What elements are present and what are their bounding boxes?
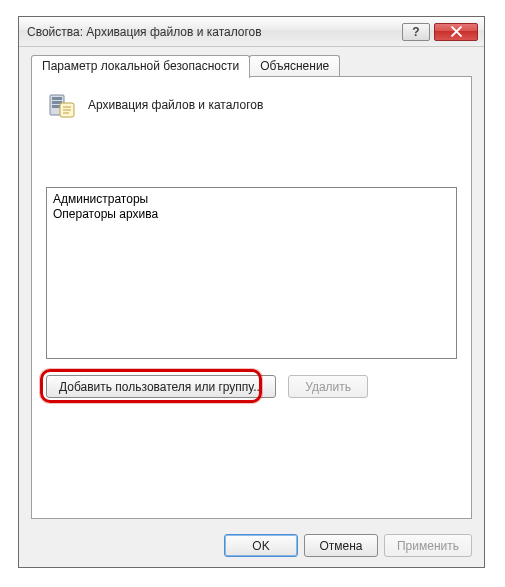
tab-local-security[interactable]: Параметр локальной безопасности	[31, 55, 250, 78]
help-button[interactable]: ?	[402, 23, 430, 41]
remove-button: Удалить	[288, 375, 368, 398]
client-area: Параметр локальной безопасности Объяснен…	[19, 47, 484, 567]
list-item[interactable]: Администраторы	[53, 192, 450, 207]
dialog-window: Свойства: Архивация файлов и каталогов ?…	[18, 16, 485, 568]
principals-listbox[interactable]: Администраторы Операторы архива	[46, 187, 457, 359]
titlebar[interactable]: Свойства: Архивация файлов и каталогов ?	[19, 17, 484, 47]
tab-panel: Архивация файлов и каталогов Администрат…	[31, 76, 472, 519]
dialog-buttons: OK Отмена Применить	[224, 534, 472, 557]
policy-header: Архивация файлов и каталогов	[32, 77, 471, 129]
tab-explanation[interactable]: Объяснение	[249, 55, 340, 78]
apply-button: Применить	[384, 534, 472, 557]
add-user-or-group-button[interactable]: Добавить пользователя или группу...	[46, 375, 276, 398]
window-title: Свойства: Архивация файлов и каталогов	[25, 25, 398, 39]
tabstrip: Параметр локальной безопасности Объяснен…	[31, 55, 339, 78]
help-icon: ?	[412, 25, 419, 39]
list-buttons-row: Добавить пользователя или группу... Удал…	[46, 375, 457, 398]
list-item[interactable]: Операторы архива	[53, 207, 450, 222]
server-policy-icon	[46, 89, 78, 121]
svg-rect-1	[52, 97, 62, 100]
close-icon	[451, 26, 462, 37]
close-button[interactable]	[434, 23, 478, 41]
ok-button[interactable]: OK	[224, 534, 298, 557]
window-buttons: ?	[398, 23, 478, 41]
policy-name-label: Архивация файлов и каталогов	[88, 98, 263, 112]
cancel-button[interactable]: Отмена	[304, 534, 378, 557]
